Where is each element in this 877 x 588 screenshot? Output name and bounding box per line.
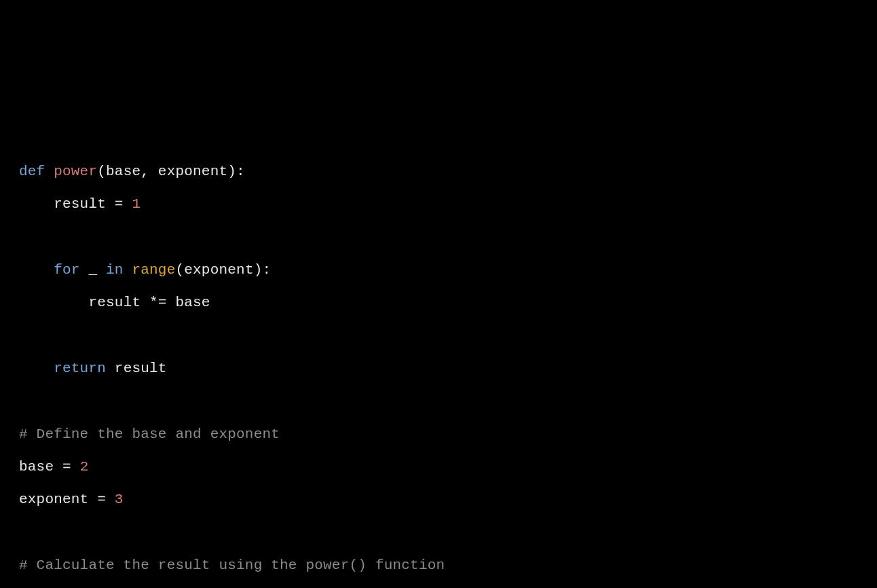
keyword-def: def (19, 164, 45, 179)
number-literal: 3 (115, 492, 124, 507)
keyword-in: in (106, 262, 124, 278)
keyword-for: for (54, 262, 79, 278)
function-name: power (54, 164, 97, 179)
comment: # Define the base and exponent (19, 426, 280, 442)
number-literal: 1 (132, 196, 141, 212)
code-text: (exponent): (175, 262, 271, 278)
code-text: _ (80, 262, 106, 278)
builtin-range: range (132, 262, 175, 278)
code-text: result *= base (88, 295, 210, 310)
keyword-return: return (54, 361, 106, 376)
comment: # Calculate the result using the power()… (19, 557, 445, 573)
code-indent (19, 196, 54, 212)
code-text (45, 164, 54, 179)
number-literal: 2 (80, 459, 89, 475)
code-text: base = (19, 459, 80, 475)
code-text: result (106, 361, 167, 376)
code-indent (19, 295, 88, 310)
code-block: def power(base, exponent): result = 1 fo… (19, 155, 858, 588)
code-text (124, 262, 132, 278)
code-text: result = (54, 196, 132, 212)
code-indent (19, 262, 54, 278)
code-text: (base, exponent): (97, 164, 245, 179)
code-indent (19, 361, 54, 376)
code-text: exponent = (19, 492, 115, 507)
